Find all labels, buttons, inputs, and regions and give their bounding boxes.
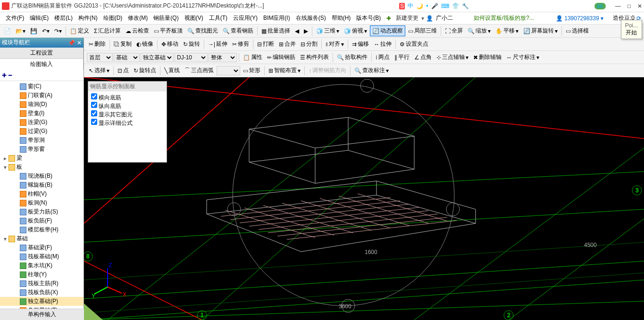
- maximize-button[interactable]: □: [627, 3, 631, 9]
- rebar-display-panel[interactable]: 钢筋显示控制面板 横向底筋 纵向底筋 显示其它图元 显示详细公式: [88, 81, 167, 163]
- menu-draw[interactable]: 绘图(D): [100, 13, 125, 23]
- cursor-select-button[interactable]: ↖选择▾: [87, 66, 111, 75]
- tree-item[interactable]: 带形洞: [0, 136, 84, 145]
- dynamic-view-button[interactable]: 🔄动态观察: [370, 25, 405, 36]
- menu-cloud[interactable]: 云应用(Y): [230, 13, 260, 23]
- undo-icon[interactable]: ↶▾: [40, 27, 51, 35]
- tree-item[interactable]: 基础梁(F): [0, 243, 84, 252]
- next-icon[interactable]: ▶: [302, 27, 310, 35]
- top-view-button[interactable]: 🧊俯视▾: [342, 26, 369, 36]
- move-button[interactable]: ✥移动: [159, 39, 180, 49]
- copy-button[interactable]: ⿻复制: [112, 39, 134, 49]
- user-short[interactable]: 广小二: [433, 13, 456, 23]
- keyboard-icon[interactable]: ⌨: [441, 3, 449, 9]
- local-3d-button[interactable]: ▭局部三维: [406, 26, 439, 36]
- find-element-button[interactable]: 🔍查找图元: [185, 26, 220, 36]
- menu-view[interactable]: 视图(V): [182, 13, 206, 23]
- del-axis-button[interactable]: ✖删除辅轴: [471, 52, 503, 62]
- smart-layout-button[interactable]: ⊞智能布置▾: [267, 66, 302, 75]
- menu-version[interactable]: 版本号(B): [353, 13, 384, 23]
- help-link[interactable]: 如何设置板/筏板的放?...: [471, 13, 537, 23]
- tree-item[interactable]: 现浇板(B): [0, 172, 84, 181]
- moon-icon[interactable]: 🌙: [416, 3, 423, 9]
- break-button[interactable]: ⊟打断: [255, 39, 276, 49]
- tree-item[interactable]: 窗(C): [0, 82, 84, 91]
- open-icon[interactable]: 📂▾: [14, 27, 27, 35]
- select-mode-button[interactable]: ▭选择模: [564, 26, 591, 36]
- three-axis-button[interactable]: ⊹三点辅轴▾: [435, 52, 470, 62]
- merge-button[interactable]: ⊞合并: [277, 39, 298, 49]
- check-mod-button[interactable]: 🔍查改标注▾: [352, 66, 391, 75]
- tree-item[interactable]: 板洞(N): [0, 198, 84, 207]
- extend-button[interactable]: →|延伸: [206, 39, 229, 49]
- tree-item[interactable]: 螺旋板(B): [0, 181, 84, 189]
- component-select[interactable]: DJ-10: [175, 53, 208, 62]
- fullscreen-button[interactable]: ⛶全屏: [443, 26, 465, 36]
- split-button[interactable]: ⊟分割: [299, 39, 319, 49]
- zoom-button[interactable]: 🔍缩放▾: [466, 26, 493, 36]
- tree-item[interactable]: 过梁(G): [0, 127, 84, 136]
- tree-item[interactable]: 板负筋(F): [0, 216, 84, 225]
- rotate-point-button[interactable]: ↻旋转点: [132, 66, 158, 75]
- tree-item[interactable]: 门联窗(A): [0, 91, 84, 100]
- pick-button[interactable]: 🔍拾取构件: [335, 52, 369, 62]
- tree-item[interactable]: 筏板负筋(X): [0, 288, 84, 297]
- dot-icon[interactable]: •: [426, 3, 428, 9]
- comp-list-button[interactable]: ☰构件列表: [298, 52, 331, 62]
- notif-badge[interactable]: 66: [594, 3, 606, 9]
- mic-icon[interactable]: 🎤: [431, 3, 438, 9]
- point-button[interactable]: ⊡点: [116, 66, 131, 75]
- sum-button[interactable]: Σ汇总计算: [92, 26, 123, 36]
- global-select[interactable]: 整体: [209, 53, 237, 62]
- align-button[interactable]: ⫴对齐▾: [324, 39, 346, 49]
- menu-component[interactable]: 构件(N): [75, 13, 100, 23]
- tree-item[interactable]: ▸梁: [0, 154, 84, 163]
- pan-button[interactable]: ✋平移▾: [493, 26, 520, 36]
- expand-icon[interactable]: ✚: [2, 72, 7, 79]
- plus-icon[interactable]: ✚: [386, 15, 393, 22]
- menu-bim[interactable]: BIM应用(I): [260, 13, 293, 23]
- panel-close-icon[interactable]: ✕: [77, 40, 82, 46]
- category-select[interactable]: 基础: [114, 53, 140, 62]
- tree-item[interactable]: 连梁(G): [0, 118, 84, 127]
- menu-online[interactable]: 在线服务(S): [293, 13, 329, 23]
- char-icon[interactable]: 中: [408, 2, 413, 10]
- prev-icon[interactable]: ◀: [293, 27, 301, 35]
- delete-button[interactable]: ✂删除: [87, 39, 108, 49]
- tree-item[interactable]: 筏板主筋(R): [0, 279, 84, 288]
- floor-select[interactable]: 首层: [87, 53, 113, 62]
- rect-button[interactable]: ▭矩形: [241, 66, 262, 75]
- mirror-button[interactable]: ◐镜像: [134, 39, 155, 49]
- tree-item[interactable]: 楼层板带(H): [0, 225, 84, 234]
- wrench-icon[interactable]: 🔧: [462, 3, 469, 9]
- menu-edit[interactable]: 编辑(E): [27, 13, 51, 23]
- subcategory-select[interactable]: 独立基础: [141, 53, 174, 62]
- edit-rebar-button[interactable]: ✏编辑钢筋: [265, 52, 297, 62]
- user-phone[interactable]: 👤 13907298339 ▾: [556, 15, 603, 22]
- menu-help[interactable]: 帮助(H): [329, 13, 354, 23]
- tree-item[interactable]: 带形窗: [0, 145, 84, 154]
- start-tooltip[interactable]: Poi... 开始: [621, 20, 642, 39]
- menu-tools[interactable]: 工具(T): [206, 13, 230, 23]
- flat-top-button[interactable]: ▭平齐板顶: [152, 26, 184, 36]
- shirt-icon[interactable]: 👕: [452, 3, 459, 9]
- angle-button[interactable]: ∠点角: [412, 52, 434, 62]
- tree-item[interactable]: 墙洞(D): [0, 100, 84, 109]
- menu-modify[interactable]: 修改(M): [125, 13, 151, 23]
- offset-button[interactable]: ⇉偏移: [350, 39, 371, 49]
- rotate-button[interactable]: ↻旋转: [181, 39, 202, 49]
- tree-item[interactable]: 柱墩(Y): [0, 270, 84, 279]
- sogou-icon[interactable]: S: [399, 3, 405, 9]
- collapse-icon[interactable]: ━: [8, 72, 12, 79]
- pin-icon[interactable]: 📌: [68, 40, 75, 46]
- menu-file[interactable]: 文件(F): [3, 13, 27, 23]
- cloud-check-button[interactable]: ☁云检查: [124, 26, 151, 36]
- viewport-3d[interactable]: Z Y X 3600 1600 4500 8 1 2 3 钢筋显示控制面板 横向…: [84, 77, 644, 320]
- rebar-option[interactable]: 纵向底筋: [90, 102, 165, 110]
- user-avatar-icon[interactable]: 👤: [426, 15, 433, 22]
- single-input-tab[interactable]: 单构件输入: [0, 309, 84, 320]
- save-icon[interactable]: 💾: [28, 27, 39, 35]
- tree-item[interactable]: ▾基础: [0, 234, 84, 243]
- rebar-option[interactable]: 横向底筋: [90, 93, 165, 102]
- menu-rebar[interactable]: 钢筋量(Q): [151, 13, 181, 23]
